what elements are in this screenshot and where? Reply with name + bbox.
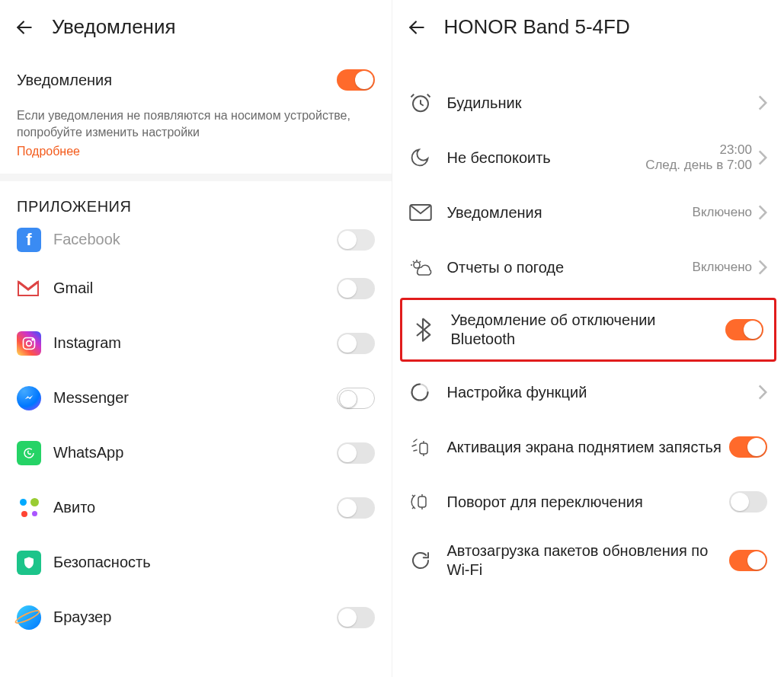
app-label: Безопасность: [53, 554, 375, 571]
app-toggle[interactable]: [337, 497, 375, 519]
chevron-right-icon: [758, 385, 767, 400]
raise-wake-row[interactable]: Активация экрана поднятием запястья: [392, 420, 785, 474]
wifi-update-toggle[interactable]: [729, 550, 767, 571]
app-toggle[interactable]: [337, 442, 375, 464]
helper-link[interactable]: Подробнее: [17, 143, 80, 160]
wifi-update-row[interactable]: Автозагрузка пакетов обновления по Wi-Fi: [392, 529, 785, 592]
wrist-raise-icon: [409, 436, 443, 458]
weather-icon: [409, 257, 443, 277]
mail-icon: [409, 203, 443, 222]
moon-icon: [409, 147, 443, 168]
chevron-right-icon: [758, 205, 767, 220]
chevron-right-icon: [758, 260, 767, 275]
whatsapp-icon: [17, 441, 47, 465]
app-toggle[interactable]: [337, 278, 375, 299]
app-label: Gmail: [53, 279, 337, 297]
facebook-icon: f: [17, 228, 47, 252]
app-label: Facebook: [53, 231, 337, 248]
rotate-toggle[interactable]: [729, 491, 767, 513]
functions-row[interactable]: Настройка функций: [392, 365, 785, 420]
app-label: Авито: [53, 499, 337, 516]
browser-icon: [17, 605, 47, 630]
alarm-icon: [409, 91, 443, 114]
app-row-browser[interactable]: Браузер: [0, 590, 392, 645]
rotate-switch-row[interactable]: Поворот для переключения: [392, 474, 785, 529]
row-label: Уведомление об отключении Bluetooth: [451, 311, 720, 349]
app-row-whatsapp[interactable]: WhatsApp: [0, 426, 392, 481]
instagram-icon: [17, 331, 47, 356]
left-header: Уведомления: [0, 0, 392, 53]
app-row-instagram[interactable]: Instagram: [0, 316, 392, 371]
row-label: Будильник: [447, 94, 753, 113]
svg-rect-10: [418, 497, 426, 507]
right-header: HONOR Band 5-4FD: [392, 0, 785, 53]
master-toggle[interactable]: [337, 69, 375, 91]
app-label: Instagram: [53, 334, 337, 352]
app-row-security[interactable]: Безопасность: [0, 535, 392, 590]
row-status: Включено: [693, 205, 752, 220]
page-title: Уведомления: [52, 15, 176, 39]
master-toggle-label: Уведомления: [17, 72, 337, 89]
row-label: Автозагрузка пакетов обновления по Wi-Fi: [447, 541, 724, 580]
app-toggle[interactable]: [337, 229, 375, 251]
avito-icon: [17, 496, 47, 520]
app-toggle[interactable]: [337, 607, 375, 628]
chevron-right-icon: [758, 150, 767, 165]
app-label: WhatsApp: [53, 444, 337, 461]
svg-point-3: [32, 339, 34, 340]
master-toggle-row[interactable]: Уведомления: [0, 53, 392, 107]
arrow-left-icon: [407, 18, 427, 37]
svg-point-2: [27, 340, 32, 346]
back-button[interactable]: [406, 17, 427, 38]
back-button[interactable]: [14, 17, 35, 38]
dnd-row[interactable]: Не беспокоить 23:00 След. день в 7:00: [392, 130, 785, 185]
gmail-icon: [17, 280, 47, 297]
rotate-icon: [409, 491, 443, 513]
app-label: Messenger: [53, 389, 337, 407]
app-label: Браузер: [53, 608, 337, 626]
app-toggle[interactable]: [337, 388, 375, 409]
app-row-gmail[interactable]: Gmail: [0, 261, 392, 316]
bluetooth-icon: [413, 318, 446, 342]
messenger-icon: [17, 386, 47, 410]
alarm-row[interactable]: Будильник: [392, 75, 785, 130]
shield-icon: [17, 551, 47, 575]
app-row-messenger[interactable]: Messenger: [0, 371, 392, 426]
raise-wake-toggle[interactable]: [729, 436, 767, 458]
helper-block: Если уведомления не появляются на носимо…: [0, 107, 392, 181]
row-label: Поворот для переключения: [447, 493, 724, 512]
row-label: Не беспокоить: [447, 148, 640, 168]
bluetooth-toggle[interactable]: [725, 319, 763, 340]
chevron-right-icon: [758, 95, 767, 110]
notifications-panel: Уведомления Уведомления Если уведомления…: [0, 0, 392, 677]
arrow-left-icon: [14, 18, 34, 37]
sync-icon: [409, 549, 443, 572]
row-status: Включено: [693, 260, 752, 275]
app-toggle[interactable]: [337, 333, 375, 354]
apps-section-header: ПРИЛОЖЕНИЯ: [0, 181, 392, 219]
bluetooth-disconnect-row[interactable]: Уведомление об отключении Bluetooth: [407, 303, 770, 356]
page-title: HONOR Band 5-4FD: [444, 15, 630, 39]
row-label: Уведомления: [447, 203, 686, 222]
row-label: Настройка функций: [447, 383, 753, 402]
svg-point-8: [411, 385, 427, 401]
dnd-time: 23:00 След. день в 7:00: [645, 142, 752, 173]
bluetooth-highlight: Уведомление об отключении Bluetooth: [400, 298, 777, 362]
loading-icon: [409, 382, 443, 403]
row-label: Активация экрана поднятием запястья: [447, 438, 724, 457]
svg-point-7: [414, 262, 420, 268]
app-row-facebook[interactable]: f Facebook: [0, 219, 392, 261]
svg-rect-9: [420, 443, 427, 454]
helper-text: Если уведомления не появляются на носимо…: [17, 109, 350, 139]
notifications-row[interactable]: Уведомления Включено: [392, 185, 785, 240]
device-panel: HONOR Band 5-4FD Будильник Не беспокоить…: [392, 0, 785, 677]
app-row-avito[interactable]: Авито: [0, 481, 392, 535]
row-label: Отчеты о погоде: [447, 258, 686, 277]
weather-row[interactable]: Отчеты о погоде Включено: [392, 240, 785, 295]
